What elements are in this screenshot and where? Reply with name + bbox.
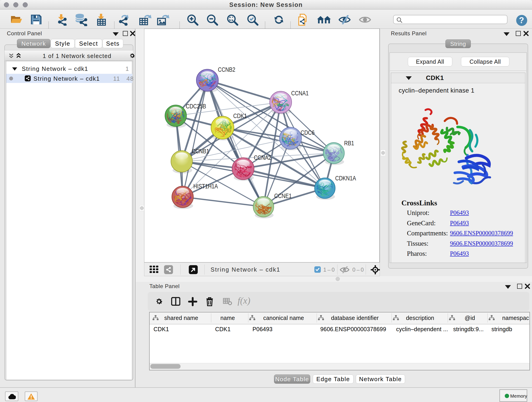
svg-text:RB1: RB1 bbox=[344, 140, 354, 147]
svg-text:CCNA1: CCNA1 bbox=[291, 89, 309, 97]
svg-text:CDK1: CDK1 bbox=[233, 112, 247, 119]
svg-text:CCNB1: CCNB1 bbox=[192, 148, 209, 155]
svg-text:CDC6: CDC6 bbox=[301, 129, 315, 136]
svg-text:CCNB2: CCNB2 bbox=[218, 66, 235, 73]
svg-text:CCNA2: CCNA2 bbox=[254, 154, 271, 161]
svg-text:HIST1H1A: HIST1H1A bbox=[193, 183, 218, 190]
svg-text:CDKN1A: CDKN1A bbox=[335, 175, 356, 182]
svg-text:CCNE1: CCNE1 bbox=[274, 192, 292, 199]
svg-text:CDC25B: CDC25B bbox=[186, 103, 206, 110]
